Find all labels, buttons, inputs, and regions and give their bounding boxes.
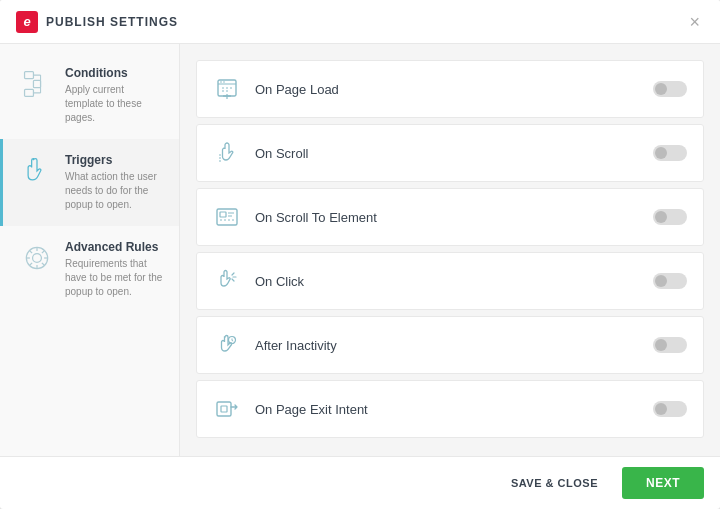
on-scroll-to-element-label: On Scroll To Element bbox=[255, 210, 639, 225]
on-scroll-toggle[interactable] bbox=[653, 145, 687, 161]
conditions-icon bbox=[19, 66, 55, 102]
modal-header: e PUBLISH SETTINGS × bbox=[0, 0, 720, 44]
svg-point-8 bbox=[33, 254, 42, 263]
advanced-rules-icon bbox=[19, 240, 55, 276]
trigger-on-page-exit-intent[interactable]: On Page Exit Intent bbox=[196, 380, 704, 438]
after-inactivity-toggle[interactable] bbox=[653, 337, 687, 353]
conditions-desc: Apply current template to these pages. bbox=[65, 83, 163, 125]
trigger-after-inactivity[interactable]: After Inactivity bbox=[196, 316, 704, 374]
advanced-rules-label: Advanced Rules bbox=[65, 240, 163, 254]
on-click-label: On Click bbox=[255, 274, 639, 289]
modal-title: PUBLISH SETTINGS bbox=[46, 15, 178, 29]
modal-footer: SAVE & CLOSE NEXT bbox=[0, 456, 720, 509]
after-inactivity-icon bbox=[213, 331, 241, 359]
svg-line-35 bbox=[232, 341, 233, 342]
header-left: e PUBLISH SETTINGS bbox=[16, 11, 178, 33]
on-click-icon bbox=[213, 267, 241, 295]
on-page-load-icon bbox=[213, 75, 241, 103]
trigger-on-click[interactable]: On Click bbox=[196, 252, 704, 310]
save-close-button[interactable]: SAVE & CLOSE bbox=[499, 469, 610, 497]
on-scroll-label: On Scroll bbox=[255, 146, 639, 161]
on-page-load-toggle[interactable] bbox=[653, 81, 687, 97]
svg-rect-1 bbox=[33, 80, 40, 87]
svg-rect-29 bbox=[220, 212, 226, 217]
triggers-desc: What action the user needs to do for the… bbox=[65, 170, 163, 212]
close-button[interactable]: × bbox=[685, 9, 704, 35]
on-page-load-label: On Page Load bbox=[255, 82, 639, 97]
conditions-label: Conditions bbox=[65, 66, 163, 80]
svg-line-16 bbox=[29, 263, 32, 266]
svg-rect-37 bbox=[221, 406, 227, 412]
triggers-label: Triggers bbox=[65, 153, 163, 167]
trigger-on-page-load[interactable]: On Page Load bbox=[196, 60, 704, 118]
svg-rect-0 bbox=[25, 72, 34, 79]
trigger-on-scroll[interactable]: On Scroll bbox=[196, 124, 704, 182]
svg-rect-36 bbox=[217, 402, 231, 416]
on-page-exit-intent-toggle[interactable] bbox=[653, 401, 687, 417]
sidebar-item-conditions[interactable]: Conditions Apply current template to the… bbox=[0, 52, 179, 139]
triggers-list: On Page Load On Scroll bbox=[180, 44, 720, 456]
svg-point-20 bbox=[223, 81, 225, 83]
after-inactivity-label: After Inactivity bbox=[255, 338, 639, 353]
sidebar: Conditions Apply current template to the… bbox=[0, 44, 180, 456]
sidebar-item-triggers[interactable]: Triggers What action the user needs to d… bbox=[0, 139, 179, 226]
svg-line-14 bbox=[42, 263, 45, 266]
trigger-on-scroll-to-element[interactable]: On Scroll To Element bbox=[196, 188, 704, 246]
sidebar-item-advanced-rules[interactable]: Advanced Rules Requirements that have to… bbox=[0, 226, 179, 313]
svg-line-13 bbox=[29, 250, 32, 253]
on-scroll-to-element-toggle[interactable] bbox=[653, 209, 687, 225]
svg-point-19 bbox=[220, 81, 222, 83]
modal-body: Conditions Apply current template to the… bbox=[0, 44, 720, 456]
next-button[interactable]: NEXT bbox=[622, 467, 704, 499]
on-scroll-to-element-icon bbox=[213, 203, 241, 231]
publish-settings-modal: e PUBLISH SETTINGS × bbox=[0, 0, 720, 509]
elementor-logo: e bbox=[16, 11, 38, 33]
triggers-icon bbox=[19, 153, 55, 189]
on-page-exit-intent-icon bbox=[213, 395, 241, 423]
svg-line-15 bbox=[42, 250, 45, 253]
svg-rect-2 bbox=[25, 89, 34, 96]
on-page-exit-intent-label: On Page Exit Intent bbox=[255, 402, 639, 417]
on-click-toggle[interactable] bbox=[653, 273, 687, 289]
on-scroll-icon bbox=[213, 139, 241, 167]
advanced-rules-desc: Requirements that have to be met for the… bbox=[65, 257, 163, 299]
